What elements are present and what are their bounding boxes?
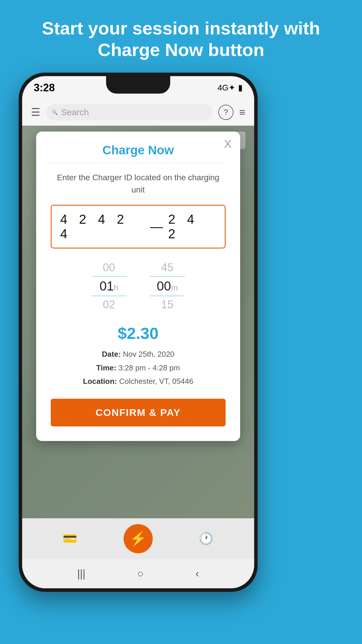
- time-label: Time:: [96, 363, 116, 372]
- search-box[interactable]: 🔍 Search: [46, 104, 212, 120]
- date-value: Nov 25th, 2020: [123, 350, 174, 358]
- min-unit: m: [171, 283, 178, 293]
- menu-icon[interactable]: ☰: [31, 106, 40, 118]
- filter-icon[interactable]: ≡: [239, 106, 245, 118]
- android-back-button[interactable]: ‹: [196, 568, 199, 580]
- min-value-bot: 15: [161, 298, 173, 311]
- modal-description: Enter the Charger ID located on the char…: [51, 172, 226, 196]
- charger-id-part2: 2 4 2: [168, 212, 216, 241]
- modal-title: Charge Now: [51, 143, 226, 157]
- hour-bot: 02: [103, 297, 115, 312]
- android-menu-button[interactable]: |||: [77, 568, 85, 580]
- signal-icon: 4G✦: [217, 83, 235, 92]
- min-top: 45: [161, 260, 173, 275]
- page-title: Start your session instantly with Charge…: [19, 0, 343, 73]
- help-button[interactable]: ?: [218, 105, 233, 120]
- search-icon: 🔍: [52, 110, 58, 115]
- hour-value-top: 00: [103, 261, 115, 274]
- hour-unit: h: [114, 283, 119, 293]
- booking-info: Date: Nov 25th, 2020 Time: 3:28 pm - 4:2…: [51, 347, 226, 388]
- card-nav-icon[interactable]: 💳: [63, 532, 77, 545]
- confirm-pay-button[interactable]: CONFIRM & PAY: [51, 399, 226, 426]
- hour-value-mid: 01: [100, 279, 114, 293]
- modal-divider: [51, 163, 226, 163]
- minutes-column: 45 00 m 15: [150, 260, 185, 312]
- min-separator-top: [150, 276, 185, 276]
- min-bot: 15: [161, 297, 173, 312]
- min-value-mid: 00: [157, 279, 171, 293]
- status-time: 3:28: [34, 82, 55, 94]
- bottom-nav: 💳 ⚡ 🕐: [22, 518, 254, 559]
- close-button[interactable]: X: [224, 138, 231, 150]
- time-picker: 00 01 h 02: [51, 260, 226, 312]
- location-value: Colchester, VT, 05446: [119, 377, 193, 386]
- charger-id-dash: —: [150, 219, 163, 234]
- battery-icon: ▮: [238, 83, 242, 92]
- app-bar: ☰ 🔍 Search ? ≡: [22, 99, 254, 126]
- charge-now-modal: X Charge Now Enter the Charger ID locate…: [36, 132, 240, 441]
- min-mid: 00 m: [157, 278, 178, 295]
- hour-mid: 01 h: [100, 278, 119, 295]
- history-nav-icon[interactable]: 🕐: [199, 532, 213, 545]
- lightning-icon: ⚡: [129, 531, 147, 547]
- android-home-button[interactable]: ○: [137, 568, 144, 580]
- hour-separator-bot: [92, 296, 126, 296]
- phone-frame: 3:28 4G✦ ▮ ☰ 🔍 Search ? ≡: [19, 73, 258, 592]
- min-value-top: 45: [161, 261, 173, 274]
- charger-id-part1: 4 2 4 2 4: [60, 212, 145, 241]
- hour-top: 00: [103, 260, 115, 275]
- location-label: Location:: [83, 377, 117, 386]
- min-separator-bot: [150, 296, 185, 296]
- phone-notch: [106, 76, 170, 94]
- price-display: $2.30: [51, 324, 226, 343]
- app-bar-right: ? ≡: [218, 105, 245, 120]
- help-icon: ?: [224, 108, 228, 117]
- hours-column: 00 01 h 02: [92, 260, 126, 312]
- search-placeholder: Search: [61, 107, 89, 117]
- phone-screen: 3:28 4G✦ ▮ ☰ 🔍 Search ? ≡: [22, 76, 254, 588]
- map-area: ∨ X Charge Now Enter the Charger ID loca…: [22, 126, 254, 518]
- modal-overlay: X Charge Now Enter the Charger ID locate…: [22, 126, 254, 518]
- hour-value-bot: 02: [103, 298, 115, 311]
- hour-separator-top: [92, 276, 126, 276]
- status-icons: 4G✦ ▮: [217, 83, 242, 92]
- time-value: 3:28 pm - 4:28 pm: [118, 363, 180, 372]
- charger-id-input[interactable]: 4 2 4 2 4 — 2 4 2: [51, 205, 226, 249]
- page-container: Start your session instantly with Charge…: [19, 0, 343, 592]
- android-nav: ||| ○ ‹: [22, 559, 254, 588]
- charge-nav-button[interactable]: ⚡: [124, 524, 153, 553]
- date-label: Date:: [102, 350, 121, 358]
